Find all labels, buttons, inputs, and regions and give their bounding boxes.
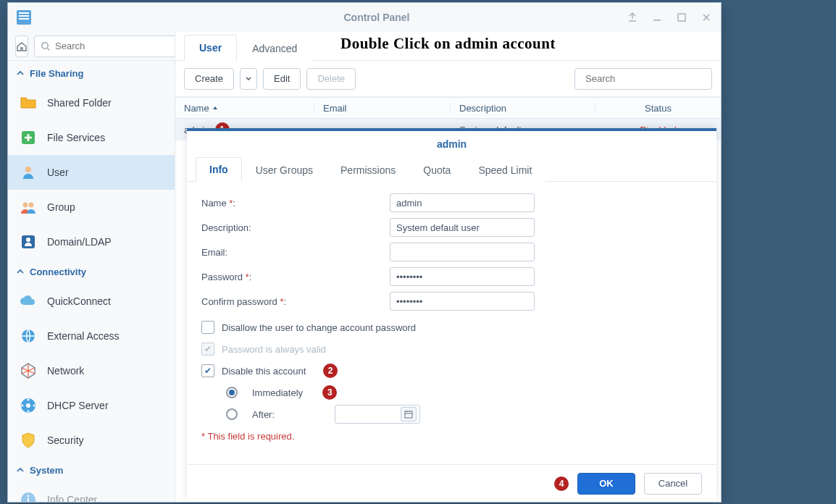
sidebar-item-user[interactable]: User <box>8 155 175 190</box>
svg-point-22 <box>28 495 30 497</box>
svg-rect-21 <box>28 498 29 502</box>
calendar-button[interactable] <box>401 407 417 421</box>
cloud-icon <box>18 291 38 311</box>
sidebar-item-file-services[interactable]: File Services <box>8 120 175 155</box>
input-confirm-password[interactable] <box>390 292 535 311</box>
sidebar-item-label: Info Center <box>47 494 97 502</box>
sidebar-item-label: DHCP Server <box>47 400 109 411</box>
sidebar-item-shared-folder[interactable]: Shared Folder <box>8 85 175 120</box>
dialog-tab-speed-limit[interactable]: Speed Limit <box>464 158 546 182</box>
sidebar-item-security[interactable]: Security <box>8 423 175 458</box>
sidebar-item-domain-ldap[interactable]: Domain/LDAP <box>8 224 175 259</box>
group-icon <box>18 197 38 217</box>
checkbox-disallow-password[interactable] <box>201 321 214 334</box>
chevron-up-icon <box>17 268 24 275</box>
svg-rect-3 <box>19 18 29 20</box>
radio-label: Immediately <box>252 387 303 398</box>
input-after-date[interactable] <box>335 405 420 424</box>
annotation-badge-4: 4 <box>554 476 569 491</box>
section-system[interactable]: System <box>8 458 175 482</box>
checkbox-disable-account[interactable] <box>201 364 214 377</box>
sidebar-item-quickconnect[interactable]: QuickConnect <box>8 284 175 319</box>
create-dropdown-button[interactable] <box>240 68 257 90</box>
edit-button[interactable]: Edit <box>263 68 301 90</box>
maximize-button[interactable] <box>672 9 692 25</box>
folder-icon <box>18 93 38 113</box>
svg-rect-5 <box>678 14 685 21</box>
dialog-tab-user-groups[interactable]: User Groups <box>242 158 327 182</box>
ok-button[interactable]: OK <box>577 473 635 495</box>
sidebar-search-input[interactable] <box>55 41 175 51</box>
toolbar-search[interactable] <box>574 68 712 90</box>
column-status[interactable]: Status <box>595 103 721 114</box>
tab-user[interactable]: User <box>184 35 237 61</box>
delete-button[interactable]: Delete <box>306 68 356 90</box>
section-label: Connectivity <box>30 266 86 277</box>
sort-asc-icon <box>212 105 218 111</box>
svg-rect-1 <box>19 12 29 14</box>
radio-label: After: <box>252 409 327 420</box>
section-file-sharing[interactable]: File Sharing <box>8 61 175 85</box>
radio-immediately[interactable] <box>226 387 238 398</box>
svg-point-19 <box>22 405 24 407</box>
close-button[interactable] <box>696 9 716 25</box>
label-password: Password *: <box>201 272 390 282</box>
sidebar-item-info-center[interactable]: Info Center <box>8 482 175 502</box>
sidebar-item-dhcp-server[interactable]: DHCP Server <box>8 388 175 423</box>
dialog-tab-permissions[interactable]: Permissions <box>327 158 409 182</box>
sidebar-item-label: Shared Folder <box>47 97 112 109</box>
network-icon <box>18 361 38 381</box>
dialog-tab-quota[interactable]: Quota <box>409 158 464 182</box>
section-label: System <box>30 465 63 476</box>
sidebar-search[interactable] <box>34 35 175 57</box>
instruction-text: Double Click on admin account <box>340 35 556 53</box>
dialog-footer: 4 OK Cancel <box>187 464 716 502</box>
sidebar-item-network[interactable]: Network <box>8 353 175 388</box>
svg-point-10 <box>29 203 34 208</box>
radio-after[interactable] <box>226 408 238 420</box>
toolbar-search-input[interactable] <box>585 73 707 84</box>
input-name[interactable] <box>390 193 535 212</box>
input-email[interactable] <box>390 243 535 261</box>
sidebar-item-external-access[interactable]: External Access <box>8 319 175 353</box>
section-connectivity[interactable]: Connectivity <box>8 259 175 284</box>
sidebar-top <box>8 32 175 61</box>
cancel-button[interactable]: Cancel <box>644 473 702 495</box>
svg-point-8 <box>25 167 31 172</box>
shield-icon <box>18 430 38 450</box>
home-button[interactable] <box>15 35 28 57</box>
dialog-form: Name *: Description: Email: Password *: … <box>187 182 716 464</box>
main-tabs: User Advanced Double Click on admin acco… <box>175 32 721 61</box>
svg-rect-2 <box>19 15 29 17</box>
checkbox-label: Password is always valid <box>222 344 326 355</box>
checkbox-label: Disable this account <box>222 366 306 377</box>
dialog-tabs: Info User Groups Permissions Quota Speed… <box>187 153 716 182</box>
globe-icon <box>18 326 38 346</box>
column-description[interactable]: Description <box>451 103 595 114</box>
label-name: Name *: <box>201 198 390 209</box>
svg-rect-23 <box>405 411 412 418</box>
pin-button[interactable] <box>622 9 643 25</box>
minimize-button[interactable] <box>647 9 667 25</box>
label-description: Description: <box>201 222 390 233</box>
tab-advanced[interactable]: Advanced <box>237 35 312 61</box>
control-panel-window: Control Panel File Sharing <box>7 2 722 503</box>
ldap-icon <box>18 232 38 252</box>
svg-point-16 <box>28 399 30 401</box>
svg-point-17 <box>33 405 35 407</box>
sidebar-item-label: File Services <box>47 132 105 143</box>
sidebar-item-label: Domain/LDAP <box>47 236 112 248</box>
dialog-tab-info[interactable]: Info <box>196 157 242 182</box>
column-name[interactable]: Name <box>175 103 314 114</box>
create-button[interactable]: Create <box>184 68 234 90</box>
label-confirm-password: Confirm password *: <box>201 296 390 307</box>
input-description[interactable] <box>390 218 535 237</box>
user-icon <box>18 162 38 182</box>
sidebar-item-group[interactable]: Group <box>8 190 175 224</box>
input-password[interactable] <box>390 267 535 286</box>
column-email[interactable]: Email <box>314 103 451 114</box>
sidebar-item-label: Group <box>47 201 75 213</box>
sidebar-item-label: Network <box>47 365 84 377</box>
annotation-badge-3: 3 <box>322 385 337 400</box>
caret-down-icon <box>246 76 251 82</box>
